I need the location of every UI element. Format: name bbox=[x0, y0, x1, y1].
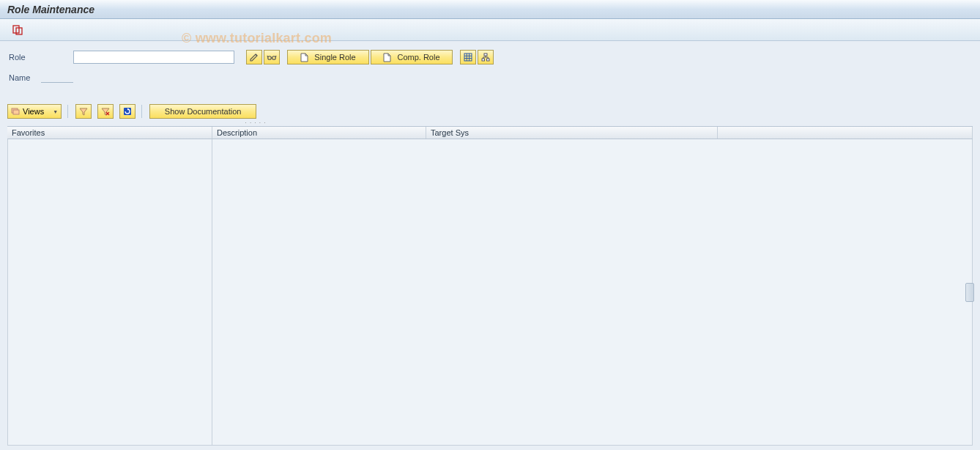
transactions-button[interactable] bbox=[460, 50, 476, 64]
name-label: Name bbox=[9, 73, 41, 82]
svg-point-2 bbox=[268, 56, 272, 60]
svg-rect-13 bbox=[13, 110, 19, 114]
pencil-icon bbox=[250, 53, 259, 62]
col-target-sys[interactable]: Target Sys bbox=[426, 127, 718, 139]
grid-body bbox=[7, 139, 973, 446]
svg-point-3 bbox=[272, 56, 276, 60]
svg-rect-11 bbox=[487, 59, 490, 61]
separator bbox=[141, 105, 142, 118]
refresh-icon bbox=[123, 107, 132, 116]
stack-icon bbox=[11, 107, 20, 116]
col-description[interactable]: Description bbox=[212, 127, 426, 139]
views-label: Views bbox=[23, 107, 44, 116]
transport-button[interactable] bbox=[10, 23, 25, 37]
single-role-label: Single Role bbox=[314, 53, 355, 62]
show-documentation-button[interactable]: Show Documentation bbox=[149, 104, 256, 119]
alv-toolbar: Views ▼ Show Documentation bbox=[0, 92, 980, 122]
svg-rect-9 bbox=[484, 54, 487, 56]
create-single-group: Single Role Comp. Role bbox=[286, 50, 453, 64]
single-role-button[interactable]: Single Role bbox=[287, 50, 369, 64]
app-toolbar bbox=[0, 19, 980, 41]
hierarchy-icon bbox=[481, 53, 490, 62]
separator bbox=[67, 105, 68, 118]
where-used-button[interactable] bbox=[478, 50, 494, 64]
views-button[interactable]: Views ▼ bbox=[7, 104, 62, 119]
edit-button[interactable] bbox=[246, 50, 262, 64]
grid-icon bbox=[464, 53, 472, 62]
misc-group bbox=[459, 50, 494, 64]
funnel-clear-icon bbox=[101, 107, 110, 116]
col-favorites[interactable]: Favorites bbox=[7, 127, 212, 139]
funnel-icon bbox=[79, 107, 88, 116]
show-documentation-label: Show Documentation bbox=[165, 107, 242, 116]
filter-delete-button[interactable] bbox=[97, 104, 114, 119]
transport-icon bbox=[12, 25, 23, 35]
main-pane[interactable] bbox=[212, 139, 973, 445]
role-row: Role Single Role Comp. Role bbox=[9, 48, 971, 66]
comp-role-button[interactable]: Comp. Role bbox=[371, 50, 453, 64]
title-bar: Role Maintenance bbox=[0, 0, 980, 19]
name-row: Name bbox=[9, 69, 971, 86]
chevron-down-icon: ▼ bbox=[53, 109, 58, 114]
vertical-scrollbar[interactable] bbox=[965, 283, 974, 302]
svg-rect-4 bbox=[464, 54, 472, 61]
svg-rect-10 bbox=[482, 59, 485, 61]
page-icon bbox=[300, 53, 308, 62]
grid-header: Favorites Description Target Sys bbox=[7, 126, 973, 139]
form-area: Role Single Role Comp. Role bbox=[0, 41, 980, 92]
page-icon bbox=[383, 53, 391, 62]
display-button[interactable] bbox=[264, 50, 280, 64]
comp-role-label: Comp. Role bbox=[397, 53, 439, 62]
filter-button[interactable] bbox=[75, 104, 92, 119]
page-title: Role Maintenance bbox=[7, 4, 94, 15]
col-spacer bbox=[718, 127, 973, 139]
role-label: Role bbox=[9, 53, 73, 62]
role-action-group bbox=[245, 50, 280, 64]
refresh-button[interactable] bbox=[119, 104, 136, 119]
glasses-icon bbox=[267, 54, 277, 61]
role-input[interactable] bbox=[73, 51, 234, 64]
favorites-pane[interactable] bbox=[7, 139, 212, 445]
name-value-underline bbox=[41, 73, 73, 83]
